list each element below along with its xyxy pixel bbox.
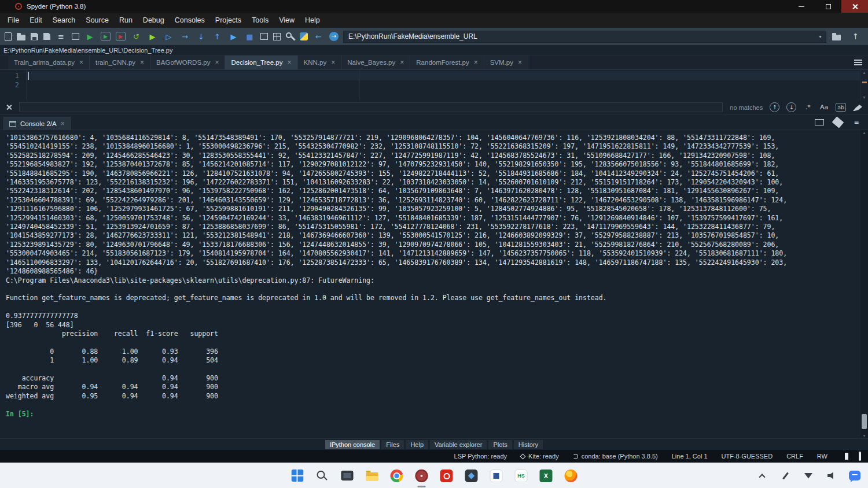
hidden-icons-chevron[interactable] bbox=[755, 468, 770, 483]
pythonpath-icon[interactable] bbox=[300, 32, 308, 40]
save-icon[interactable] bbox=[31, 33, 38, 40]
tab-close-icon[interactable] bbox=[518, 59, 522, 66]
word-button[interactable] bbox=[489, 468, 504, 483]
acrobat-button[interactable] bbox=[439, 468, 454, 483]
tab-close-icon[interactable] bbox=[288, 59, 292, 66]
panes-layout-icon[interactable] bbox=[273, 33, 281, 40]
editor-tab-randomforest[interactable]: RandomForest.py bbox=[410, 56, 484, 69]
tab-close-icon[interactable] bbox=[400, 59, 404, 66]
editor-scrollbar[interactable] bbox=[860, 70, 868, 100]
code-area[interactable] bbox=[27, 70, 860, 100]
fullscreen-icon[interactable] bbox=[72, 33, 79, 40]
file-switcher-icon[interactable]: ≡ bbox=[56, 31, 67, 42]
tab-close-icon[interactable] bbox=[474, 59, 478, 66]
run-selection-icon[interactable]: ▶ bbox=[147, 31, 158, 42]
regex-icon[interactable]: .* bbox=[803, 103, 812, 111]
editor-tab-naive_bayes[interactable]: Naive_Bayes.py bbox=[341, 56, 410, 69]
file-explorer-button[interactable] bbox=[365, 468, 380, 483]
menu-debug[interactable]: Debug bbox=[138, 14, 170, 27]
menu-tools[interactable]: Tools bbox=[247, 14, 274, 27]
find-previous-icon[interactable]: ↑ bbox=[770, 102, 779, 112]
menu-projects[interactable]: Projects bbox=[210, 14, 247, 27]
editor-tab-bagofwords[interactable]: BAGofWORDS.py bbox=[150, 56, 225, 69]
menu-run[interactable]: Run bbox=[114, 14, 138, 27]
step-out-icon[interactable]: ↑ bbox=[212, 31, 223, 42]
spyder-button[interactable] bbox=[414, 468, 429, 483]
maximize-button[interactable] bbox=[815, 0, 841, 13]
pane-tab-help[interactable]: Help bbox=[406, 440, 428, 449]
pane-tab-variable-explorer[interactable]: Variable explorer bbox=[430, 440, 487, 449]
pane-tab-ipython-console[interactable]: IPython console bbox=[325, 440, 380, 449]
menu-view[interactable]: View bbox=[274, 14, 300, 27]
code-editor[interactable]: 12 bbox=[0, 70, 868, 100]
editor-tab-train_arima_data[interactable]: Train_arima_data.py bbox=[8, 56, 90, 69]
new-file-icon[interactable] bbox=[5, 32, 12, 41]
console-prompt[interactable]: In [5]: bbox=[0, 410, 868, 419]
rerun-cell-icon[interactable]: ↺ bbox=[131, 31, 142, 42]
maximize-console-icon[interactable] bbox=[815, 119, 824, 125]
ipython-console[interactable]: '10153863757616680': 4, '103568411652981… bbox=[0, 130, 868, 438]
edit-icon[interactable] bbox=[832, 116, 844, 128]
find-next-icon[interactable]: ↓ bbox=[786, 102, 796, 112]
task-view-button[interactable] bbox=[340, 468, 355, 483]
save-all-icon[interactable] bbox=[43, 33, 50, 40]
preferences-icon[interactable] bbox=[286, 32, 295, 41]
continue-icon[interactable]: ▶ bbox=[228, 31, 239, 42]
run-cell-advance-icon[interactable]: ▶ bbox=[116, 32, 126, 41]
chat-icon[interactable] bbox=[847, 468, 862, 483]
hs-app-button[interactable]: HS bbox=[514, 468, 529, 483]
options-menu-icon[interactable]: ≡ bbox=[852, 119, 861, 126]
chrome-button[interactable] bbox=[389, 468, 404, 483]
editor-tab-svm[interactable]: SVM.py bbox=[484, 56, 528, 69]
console-scrollbar[interactable] bbox=[860, 130, 868, 438]
whole-words-icon[interactable]: ab bbox=[836, 103, 846, 112]
menu-edit[interactable]: Edit bbox=[24, 14, 47, 27]
case-sensitive-icon[interactable]: Aa bbox=[819, 103, 829, 111]
debug-file-icon[interactable]: ▷ bbox=[163, 31, 174, 42]
browse-directory-button[interactable] bbox=[831, 31, 842, 42]
menu-file[interactable]: File bbox=[2, 14, 24, 27]
minimize-button[interactable] bbox=[788, 0, 815, 13]
network-icon[interactable] bbox=[801, 468, 816, 483]
forward-icon[interactable]: → bbox=[329, 32, 339, 41]
menu-source[interactable]: Source bbox=[80, 14, 114, 27]
tab-close-icon[interactable] bbox=[140, 59, 144, 66]
open-file-icon[interactable] bbox=[17, 35, 25, 40]
step-over-icon[interactable]: → bbox=[179, 31, 190, 42]
pane-tab-history[interactable]: History bbox=[514, 440, 543, 449]
close-button[interactable] bbox=[841, 0, 868, 13]
menu-consoles[interactable]: Consoles bbox=[170, 14, 210, 27]
step-into-icon[interactable]: ↓ bbox=[196, 31, 207, 42]
search-input[interactable] bbox=[19, 102, 723, 112]
display-icon[interactable] bbox=[859, 453, 861, 460]
maximize-pane-icon[interactable] bbox=[260, 33, 268, 40]
editor-tab-decision_tree[interactable]: Decision_Tree.py bbox=[225, 56, 297, 69]
highlight-matches-icon[interactable] bbox=[853, 103, 862, 111]
volume-icon[interactable] bbox=[824, 468, 839, 483]
excel-button[interactable]: X bbox=[539, 468, 554, 483]
run-cell-icon[interactable]: ▶ bbox=[101, 32, 111, 41]
editor-tab-knn[interactable]: KNN.py bbox=[298, 56, 342, 69]
menu-search[interactable]: Search bbox=[47, 14, 81, 27]
start-button[interactable] bbox=[290, 468, 305, 483]
tab-close-icon[interactable] bbox=[331, 59, 335, 66]
photos-button[interactable] bbox=[464, 468, 479, 483]
tab-close-icon[interactable] bbox=[215, 59, 219, 66]
working-directory-combobox[interactable]: E:\PythonRun\FakeMedia\ensemble_URL bbox=[343, 31, 826, 43]
tab-options-icon[interactable] bbox=[854, 60, 862, 65]
console-tab[interactable]: Console 2/A bbox=[3, 117, 71, 130]
stop-debug-icon[interactable]: ■ bbox=[244, 31, 255, 42]
parent-directory-button[interactable]: ↑ bbox=[850, 31, 861, 42]
menu-help[interactable]: Help bbox=[300, 14, 325, 27]
editor-tab-train_cnn[interactable]: train_CNN.py bbox=[90, 56, 150, 69]
console-scrollbar-thumb[interactable] bbox=[862, 414, 867, 429]
pane-tab-files[interactable]: Files bbox=[381, 440, 404, 449]
tab-close-icon[interactable] bbox=[79, 59, 83, 66]
firefox-button[interactable] bbox=[564, 468, 579, 483]
pen-icon[interactable] bbox=[778, 468, 793, 483]
run-file-icon[interactable]: ▶ bbox=[84, 31, 95, 42]
back-icon[interactable]: ← bbox=[313, 31, 324, 42]
search-button[interactable] bbox=[315, 468, 330, 483]
pause-icon[interactable] bbox=[845, 453, 848, 460]
console-close-icon[interactable] bbox=[61, 120, 65, 127]
